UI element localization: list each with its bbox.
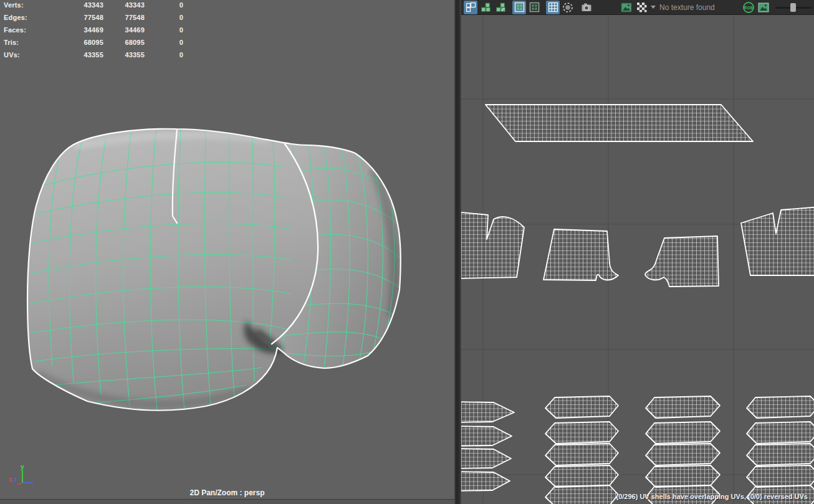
shorts-mesh-3d[interactable] xyxy=(0,0,454,504)
texture-image-button[interactable] xyxy=(620,1,633,14)
rgb-channels-icon: RGB xyxy=(742,1,755,14)
rgb-icon-label: RGB xyxy=(744,6,754,10)
hud-value: 68095 xyxy=(103,37,145,50)
uv-distortion-icon xyxy=(496,2,506,12)
uv-shell-panel-front xyxy=(543,229,618,280)
uv-shell-panel-left xyxy=(461,212,524,278)
uv-shell-waistband xyxy=(486,105,753,141)
pixel-snap-grid-icon xyxy=(548,2,558,12)
uv-editor-toolbar: No texture found RGB xyxy=(461,0,814,15)
poly-count-hud: Verts: 43343 43343 0 Edges: 77548 77548 … xyxy=(4,0,183,62)
hud-value: 43355 xyxy=(61,50,103,62)
checker-map-icon xyxy=(636,2,647,12)
hud-value: 43355 xyxy=(103,50,145,62)
hud-value: 0 xyxy=(145,37,183,50)
uv-shells-solid-button[interactable] xyxy=(479,1,492,14)
checker-map-button[interactable] xyxy=(634,1,648,14)
hud-row-label: Faces: xyxy=(4,25,61,37)
image-range-button[interactable] xyxy=(757,1,770,14)
display-image-dim-icon xyxy=(529,2,540,12)
uv-shell-loop xyxy=(646,422,720,444)
uv-shells-layout-icon xyxy=(466,2,476,12)
uv-editor-panel: No texture found RGB xyxy=(461,0,814,504)
uv-shell-loop xyxy=(545,422,618,444)
perspective-viewport[interactable]: Verts: 43343 43343 0 Edges: 77548 77548 … xyxy=(0,0,454,504)
uv-shell-loop xyxy=(747,444,814,465)
display-image-icon xyxy=(514,2,525,12)
texture-dropdown-arrow[interactable] xyxy=(651,6,656,9)
hud-value: 34469 xyxy=(61,25,103,37)
texture-image-icon xyxy=(621,2,632,12)
viewport-bottom-border xyxy=(0,499,454,504)
uv-shell-panel-right xyxy=(741,207,814,275)
uv-shell-loop xyxy=(646,396,720,418)
hud-value: 77548 xyxy=(61,12,103,25)
pixel-snap-grid-button[interactable] xyxy=(546,1,560,14)
panel-divider[interactable] xyxy=(454,0,461,504)
uv-canvas[interactable]: (0/296) UV shells have overlapping UVs, … xyxy=(461,16,814,504)
uv-overlap-status: (0/296) UV shells have overlapping UVs, … xyxy=(616,493,808,500)
hud-value: 0 xyxy=(145,12,183,25)
hud-value: 0 xyxy=(145,50,183,62)
uv-shell-loop xyxy=(545,396,618,418)
uv-shell-panel-back xyxy=(645,236,719,287)
uv-shells-solid-icon xyxy=(481,2,491,12)
panzoom-overlay-label: 2D Pan/Zoom : persp xyxy=(0,488,454,497)
hud-value: 43343 xyxy=(103,0,145,12)
shade-uvs-button[interactable] xyxy=(561,1,575,14)
maya-uv-workspace: Verts: 43343 43343 0 Edges: 77548 77548 … xyxy=(0,0,814,504)
uv-shell-loop xyxy=(461,402,514,422)
hud-row-label: Edges: xyxy=(4,12,61,25)
display-image-button[interactable] xyxy=(512,1,526,14)
uv-shell-loop xyxy=(747,465,814,487)
texture-name-field[interactable]: No texture found xyxy=(659,3,733,12)
uv-shell-loop xyxy=(646,444,720,465)
uv-snapshot-button[interactable] xyxy=(580,1,593,14)
uv-shells-svg xyxy=(461,16,814,504)
uv-shell-loop xyxy=(747,422,814,444)
axis-y-label: y xyxy=(21,465,24,470)
hud-value: 43343 xyxy=(61,0,103,12)
uv-snapshot-camera-icon xyxy=(581,2,592,12)
shade-uvs-icon xyxy=(562,2,573,13)
axis-x-label: x xyxy=(9,476,12,483)
uv-shell-loop xyxy=(461,449,511,468)
image-range-icon xyxy=(758,2,769,12)
exposure-slider-handle[interactable] xyxy=(790,3,796,12)
uv-shell-loop xyxy=(545,444,618,465)
display-image-dim-button[interactable] xyxy=(527,1,541,14)
hud-value: 68095 xyxy=(61,37,103,50)
uv-shells-layout-button[interactable] xyxy=(464,1,477,14)
hud-value: 0 xyxy=(145,0,183,12)
uv-shell-loop xyxy=(646,465,720,487)
uv-shell-loop xyxy=(545,485,618,504)
rgb-channels-button[interactable]: RGB xyxy=(742,1,755,14)
uv-shell-loop xyxy=(461,426,512,446)
hud-row-label: UVs: xyxy=(4,50,61,62)
uv-shells[interactable] xyxy=(461,105,814,504)
uv-distortion-button[interactable] xyxy=(494,1,507,14)
hud-row-label: Tris: xyxy=(4,37,61,50)
hud-value: 77548 xyxy=(103,12,145,25)
uv-shell-loop xyxy=(545,465,618,487)
hud-value: 0 xyxy=(145,25,183,37)
hud-value: 34469 xyxy=(103,25,145,37)
hud-row-label: Verts: xyxy=(4,0,61,12)
exposure-slider[interactable] xyxy=(775,3,812,12)
uv-shell-loop xyxy=(747,396,814,418)
axis-z-label: z xyxy=(14,476,17,483)
